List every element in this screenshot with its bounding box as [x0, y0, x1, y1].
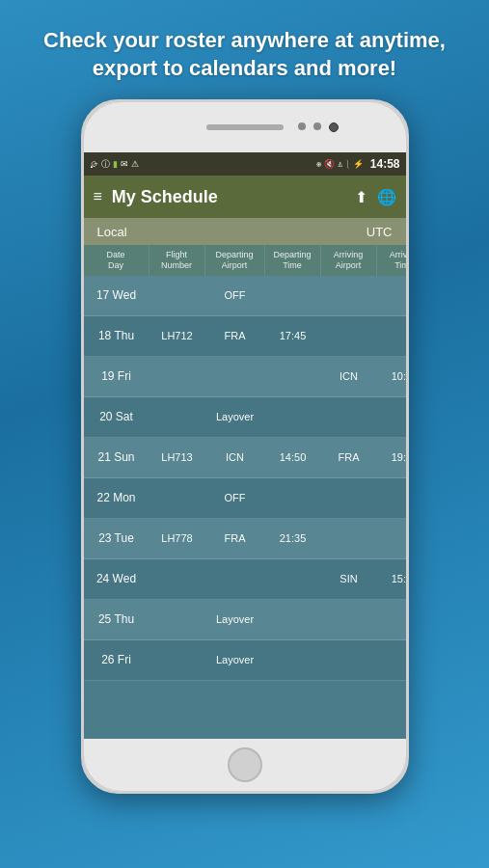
cell-dep_airport: OFF: [205, 285, 265, 305]
col-header-arr-time: ArrivingTime: [377, 245, 406, 276]
phone-device: ⌮ ⓘ ▮ ✉ ⚠ ⎈ 🔇 ⍋ ⎱ ⚡ 14:58 ≡ My Schedule …: [81, 99, 409, 794]
table-header: DateDay FlightNumber DepartingAirport De…: [84, 245, 406, 276]
cell-arr_airport: FRA: [321, 448, 377, 467]
cell-arr_time: [377, 291, 406, 299]
cell-dep_time: 21:35: [265, 529, 321, 548]
cell-dep_time: [265, 615, 321, 623]
status-time: 14:58: [370, 157, 400, 171]
cell-arr_airport: [321, 413, 377, 420]
cell-flight: [149, 413, 205, 420]
header-action-icons: ⬆ 🌐: [355, 188, 396, 206]
cell-dep_airport: Layover: [205, 610, 265, 629]
local-label: Local: [97, 225, 127, 239]
cell-date: 17 Wed: [84, 285, 149, 306]
message-icon: ▮: [113, 159, 118, 169]
cell-arr_time: [377, 534, 406, 542]
usb-icon: ⌮: [90, 159, 98, 169]
table-row: 25 ThuLayover: [84, 600, 406, 640]
cell-date: 18 Thu: [84, 325, 149, 346]
table-row: 19 FriICN10:45: [84, 357, 406, 397]
tagline: Check your roster anywhere at anytime, e…: [0, 0, 489, 99]
cell-flight: [149, 575, 205, 583]
utc-label: UTC: [367, 225, 393, 239]
schedule-table-body: 17 WedOFF18 ThuLH712FRA17:4519 FriICN10:…: [84, 276, 406, 739]
cell-dep_airport: OFF: [205, 488, 265, 507]
cell-dep_time: [265, 575, 321, 583]
table-row: 22 MonOFF: [84, 478, 406, 519]
alert-icon: ⚠: [131, 159, 139, 169]
table-row: 20 SatLayover: [84, 397, 406, 438]
cell-arr_airport: [321, 656, 377, 664]
table-row: 26 FriLayover: [84, 640, 406, 681]
cell-dep_time: 17:45: [265, 326, 321, 345]
app-title: My Schedule: [112, 187, 355, 207]
phone-bottom-bezel: [84, 739, 406, 791]
sensor-dot-2: [313, 122, 321, 130]
cell-arr_time: [377, 494, 406, 502]
cell-dep_airport: ICN: [205, 448, 265, 467]
cell-flight: [149, 372, 205, 380]
cell-flight: [149, 494, 205, 502]
cell-arr_time: [377, 332, 406, 339]
cell-flight: [149, 291, 205, 299]
col-header-dep-time: DepartingTime: [265, 245, 321, 276]
cell-dep_airport: Layover: [205, 650, 265, 669]
table-row: 17 WedOFF: [84, 276, 406, 316]
cell-date: 20 Sat: [84, 406, 149, 427]
cell-flight: LH778: [149, 529, 205, 548]
cell-arr_airport: ICN: [321, 366, 377, 386]
cell-arr_airport: [321, 494, 377, 502]
cell-arr_time: [377, 656, 406, 664]
cell-dep_time: [265, 291, 321, 299]
app-header: ≡ My Schedule ⬆ 🌐: [84, 176, 406, 218]
cell-flight: [149, 656, 205, 664]
cell-flight: LH713: [149, 448, 205, 467]
status-left-icons: ⌮ ⓘ ▮ ✉ ⚠: [90, 158, 139, 171]
email-icon: ✉: [121, 159, 128, 169]
cell-flight: [149, 615, 205, 623]
cell-dep_airport: FRA: [205, 326, 265, 345]
share-icon[interactable]: ⬆: [355, 188, 367, 206]
cell-dep_time: [265, 656, 321, 664]
cell-arr_airport: [321, 534, 377, 542]
cell-dep_time: 14:50: [265, 448, 321, 467]
camera-lens: [329, 122, 339, 132]
cell-dep_airport: Layover: [205, 407, 265, 426]
locale-bar: Local UTC: [84, 218, 406, 245]
cell-dep_time: [265, 413, 321, 420]
table-row: 21 SunLH713ICN14:50FRA19:15: [84, 438, 406, 478]
cell-dep_airport: [205, 372, 265, 380]
front-camera-area: [298, 122, 339, 132]
mute-icon: 🔇: [324, 159, 335, 169]
cell-dep_time: [265, 494, 321, 502]
menu-icon[interactable]: ≡: [94, 188, 102, 205]
col-header-date: DateDay: [84, 245, 149, 276]
cell-date: 19 Fri: [84, 366, 149, 387]
cell-date: 24 Wed: [84, 568, 149, 589]
signal-icon: ⎱: [345, 159, 350, 169]
cell-flight: LH712: [149, 326, 205, 345]
cell-arr_time: 10:45: [377, 366, 406, 386]
sensor-dot: [298, 122, 306, 130]
home-button[interactable]: [228, 747, 262, 782]
col-header-flight: FlightNumber: [149, 245, 205, 276]
cell-arr_time: [377, 615, 406, 623]
cell-arr_airport: SIN: [321, 569, 377, 588]
table-row: 18 ThuLH712FRA17:45: [84, 316, 406, 357]
info-icon: ⓘ: [101, 158, 110, 171]
battery-icon: ⚡: [353, 159, 364, 169]
cell-arr_time: [377, 413, 406, 420]
col-header-dep-airport: DepartingAirport: [205, 245, 265, 276]
status-right-icons: ⎈ 🔇 ⍋ ⎱ ⚡ 14:58: [316, 157, 400, 171]
table-row: 23 TueLH778FRA21:35: [84, 519, 406, 559]
phone-top-bezel: [84, 102, 406, 152]
col-header-arr-airport: ArrivingAirport: [321, 245, 377, 276]
cell-date: 25 Thu: [84, 609, 149, 630]
table-row: 24 WedSIN15:55: [84, 559, 406, 600]
cell-arr_airport: [321, 615, 377, 623]
phone-screen: ⌮ ⓘ ▮ ✉ ⚠ ⎈ 🔇 ⍋ ⎱ ⚡ 14:58 ≡ My Schedule …: [84, 152, 406, 739]
cell-arr_time: 15:55: [377, 569, 406, 588]
cell-arr_time: 19:15: [377, 448, 406, 467]
cell-date: 21 Sun: [84, 447, 149, 468]
globe-icon[interactable]: 🌐: [377, 188, 396, 206]
